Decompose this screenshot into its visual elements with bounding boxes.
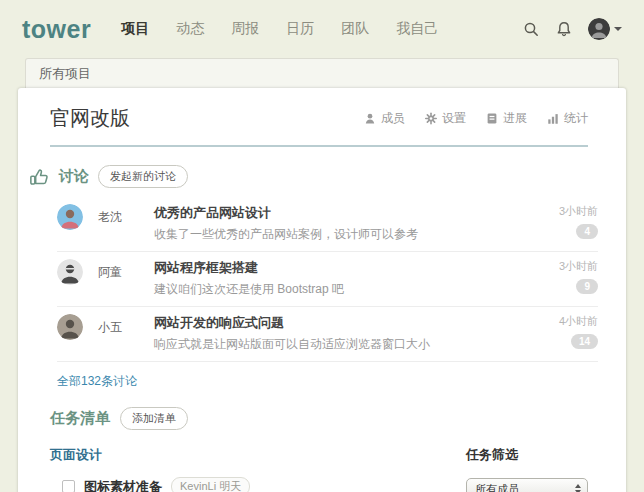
tower-logo[interactable]: tower bbox=[22, 15, 91, 44]
bell-icon[interactable] bbox=[555, 20, 573, 38]
discussion-item-excerpt: 建议咱们这次还是使用 Bootstrap 吧 bbox=[154, 281, 526, 298]
user-avatar bbox=[588, 18, 610, 40]
navbar-right bbox=[522, 18, 622, 40]
breadcrumb-label: 所有项目 bbox=[39, 65, 91, 83]
tasks-title: 任务清单 bbox=[50, 409, 110, 428]
discussion-row[interactable]: 阿童 网站程序框架搭建 建议咱们这次还是使用 Bootstrap 吧 3小时前 … bbox=[57, 252, 598, 307]
select-arrows-icon bbox=[575, 484, 581, 492]
comment-count-badge: 4 bbox=[576, 224, 598, 239]
discussion-time: 3小时前 bbox=[526, 204, 598, 219]
project-header: 官网改版 成员 设置 进展 统计 bbox=[18, 88, 626, 132]
discussion-item-title[interactable]: 优秀的产品网站设计 bbox=[154, 204, 526, 222]
thumb-up-icon bbox=[28, 166, 50, 188]
breadcrumb[interactable]: 所有项目 bbox=[25, 58, 619, 88]
comment-count-badge: 14 bbox=[571, 334, 598, 349]
discussion-row[interactable]: 小五 网站开发的响应式问题 响应式就是让网站版面可以自动适应浏览器窗口大小 4小… bbox=[57, 307, 598, 362]
discussion-section: 讨论 发起新的讨论 老沈 优秀的产品网站设计 收集了一些优秀的产品网站案例，设计… bbox=[18, 147, 626, 390]
discussion-item-title[interactable]: 网站开发的响应式问题 bbox=[154, 314, 526, 332]
discussion-time: 3小时前 bbox=[526, 259, 598, 274]
discussion-list: 老沈 优秀的产品网站设计 收集了一些优秀的产品网站案例，设计师可以参考 3小时前… bbox=[50, 197, 598, 362]
page-title: 官网改版 bbox=[50, 105, 130, 132]
settings-button[interactable]: 设置 bbox=[424, 110, 466, 127]
stats-icon bbox=[546, 111, 560, 126]
nav-item-projects[interactable]: 项目 bbox=[121, 20, 149, 38]
task-filter-panel: 任务筛选 所有成员 所有时间 bbox=[466, 446, 588, 492]
nav-item-weekly[interactable]: 周报 bbox=[231, 20, 259, 38]
project-card: 官网改版 成员 设置 进展 统计 讨论 发起新的讨论 bbox=[18, 88, 626, 492]
discussion-author: 老沈 bbox=[98, 204, 154, 226]
discussion-time: 4小时前 bbox=[526, 314, 598, 329]
discussion-item-excerpt: 响应式就是让网站版面可以自动适应浏览器窗口大小 bbox=[154, 336, 526, 353]
discussion-item-title[interactable]: 网站程序框架搭建 bbox=[154, 259, 526, 277]
chevron-down-icon bbox=[614, 27, 622, 31]
members-button[interactable]: 成员 bbox=[363, 110, 405, 127]
nav-item-calendar[interactable]: 日历 bbox=[286, 20, 314, 38]
avatar bbox=[57, 204, 83, 230]
discussion-item-excerpt: 收集了一些优秀的产品网站案例，设计师可以参考 bbox=[154, 226, 526, 243]
project-actions: 成员 设置 进展 统计 bbox=[363, 110, 588, 127]
discussion-row[interactable]: 老沈 优秀的产品网站设计 收集了一些优秀的产品网站案例，设计师可以参考 3小时前… bbox=[57, 197, 598, 252]
task-title[interactable]: 图标素材准备 bbox=[84, 478, 162, 492]
tasks-section: 任务清单 添加清单 页面设计 图标素材准备 KevinLi 明天 首页原型设计 … bbox=[18, 390, 626, 492]
progress-icon bbox=[485, 111, 499, 126]
add-list-button[interactable]: 添加清单 bbox=[120, 407, 188, 430]
comment-count-badge: 9 bbox=[576, 279, 598, 294]
new-discussion-button[interactable]: 发起新的讨论 bbox=[98, 165, 188, 188]
discussion-title: 讨论 bbox=[59, 167, 89, 186]
nav-item-activity[interactable]: 动态 bbox=[176, 20, 204, 38]
main-nav: 项目 动态 周报 日历 团队 我自己 bbox=[121, 20, 438, 38]
task-group-title[interactable]: 页面设计 bbox=[50, 446, 466, 464]
task-row[interactable]: 图标素材准备 KevinLi 明天 bbox=[50, 473, 466, 492]
stats-button[interactable]: 统计 bbox=[546, 110, 588, 127]
all-discussions-link[interactable]: 全部132条讨论 bbox=[57, 373, 137, 390]
task-filter-title: 任务筛选 bbox=[466, 446, 588, 464]
task-checkbox[interactable] bbox=[62, 480, 75, 492]
search-icon[interactable] bbox=[522, 20, 540, 38]
member-filter-select[interactable]: 所有成员 bbox=[466, 478, 588, 492]
discussion-header: 讨论 发起新的讨论 bbox=[28, 165, 598, 188]
member-icon bbox=[363, 111, 377, 126]
discussion-author: 阿童 bbox=[98, 259, 154, 281]
tasks-header: 任务清单 添加清单 bbox=[50, 407, 588, 430]
task-groups: 页面设计 图标素材准备 KevinLi 明天 首页原型设计 4条评论 Speci… bbox=[50, 436, 466, 492]
avatar bbox=[57, 314, 83, 340]
top-navbar: tower 项目 动态 周报 日历 团队 我自己 bbox=[0, 0, 644, 58]
avatar bbox=[57, 259, 83, 285]
task-tag: KevinLi 明天 bbox=[171, 477, 250, 492]
user-menu[interactable] bbox=[588, 18, 622, 40]
nav-item-me[interactable]: 我自己 bbox=[396, 20, 438, 38]
progress-button[interactable]: 进展 bbox=[485, 110, 527, 127]
gear-icon bbox=[424, 111, 438, 126]
nav-item-team[interactable]: 团队 bbox=[341, 20, 369, 38]
discussion-author: 小五 bbox=[98, 314, 154, 336]
